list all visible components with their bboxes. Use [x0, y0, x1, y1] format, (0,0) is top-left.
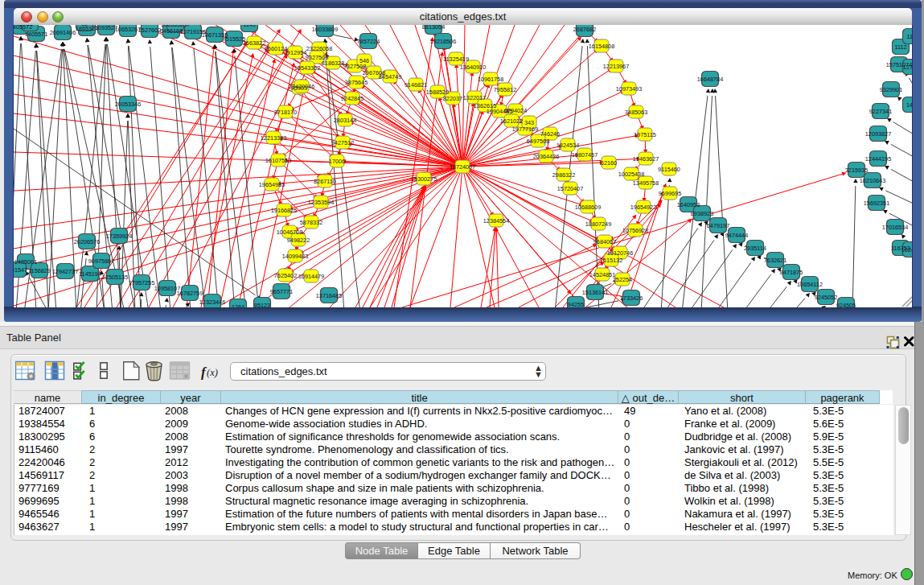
- svg-text:20691406: 20691406: [50, 29, 76, 36]
- svg-text:9329901: 9329901: [880, 86, 902, 93]
- svg-text:(x): (x): [207, 367, 218, 378]
- svg-text:12505135: 12505135: [102, 274, 128, 281]
- svg-text:1527602: 1527602: [138, 27, 161, 34]
- svg-text:252254: 252254: [613, 276, 632, 283]
- svg-text:10807457: 10807457: [572, 151, 598, 159]
- svg-text:10688609: 10688609: [575, 204, 601, 211]
- svg-text:3215935: 3215935: [845, 167, 868, 174]
- svg-text:1143: 1143: [243, 25, 256, 28]
- svg-text:13716485: 13716485: [316, 292, 342, 299]
- svg-text:90975867: 90975867: [88, 257, 114, 265]
- svg-text:16033809: 16033809: [312, 26, 338, 33]
- svg-text:9498222: 9498222: [287, 237, 310, 244]
- svg-text:1112: 1112: [894, 43, 906, 51]
- svg-text:1405571: 1405571: [25, 31, 47, 38]
- svg-text:1156829: 1156829: [28, 267, 51, 274]
- svg-text:23420046: 23420046: [289, 83, 314, 90]
- svg-text:10961758: 10961758: [478, 76, 503, 83]
- svg-text:9227341: 9227341: [869, 108, 892, 115]
- svg-text:102455: 102455: [901, 246, 912, 253]
- svg-text:62160: 62160: [601, 159, 617, 167]
- svg-text:15692351: 15692351: [864, 200, 889, 207]
- svg-text:1485061: 1485061: [14, 258, 37, 266]
- svg-text:106553257: 106553257: [161, 25, 191, 28]
- svg-text:1824534: 1824534: [556, 142, 579, 149]
- svg-text:15720407: 15720407: [557, 185, 583, 192]
- svg-text:10756928: 10756928: [622, 227, 648, 234]
- svg-text:143: 143: [906, 101, 912, 109]
- svg-text:9657771: 9657771: [270, 288, 293, 295]
- svg-text:10973493: 10973493: [616, 85, 642, 93]
- svg-text:10046708: 10046708: [277, 229, 302, 236]
- svg-text:18724007: 18724007: [450, 163, 475, 171]
- svg-text:10543362: 10543362: [294, 64, 320, 72]
- svg-text:12774: 12774: [903, 64, 912, 71]
- svg-text:14099483: 14099483: [282, 253, 308, 260]
- svg-text:7857224: 7857224: [357, 38, 380, 45]
- svg-text:924505: 924505: [836, 302, 856, 308]
- svg-text:3875645: 3875645: [345, 79, 368, 86]
- svg-text:9146821: 9146821: [405, 81, 427, 89]
- svg-text:3912954: 3912954: [284, 49, 306, 56]
- svg-text:746246: 746246: [540, 130, 560, 138]
- svg-text:822037: 822037: [443, 95, 462, 102]
- svg-text:1640953: 1640953: [677, 201, 700, 208]
- svg-text:343: 343: [524, 119, 534, 126]
- svg-text:7955812: 7955812: [494, 86, 516, 93]
- svg-text:95123: 95123: [254, 302, 270, 308]
- svg-text:15136141: 15136141: [582, 289, 608, 296]
- svg-text:17957255: 17957255: [129, 279, 154, 286]
- svg-text:13640910: 13640910: [460, 64, 486, 71]
- svg-text:11325419: 11325419: [443, 56, 469, 63]
- svg-text:1615132: 1615132: [600, 257, 622, 264]
- svg-text:19654923: 19654923: [630, 204, 656, 211]
- svg-text:9115460: 9115460: [658, 166, 680, 173]
- svg-text:19463627: 19463627: [633, 155, 659, 163]
- svg-text:19777169: 19777169: [512, 126, 538, 133]
- svg-text:12942737: 12942737: [52, 268, 78, 275]
- svg-text:20206576: 20206576: [74, 238, 100, 245]
- svg-text:1322017: 1322017: [463, 94, 486, 101]
- svg-text:111: 111: [906, 33, 912, 40]
- svg-text:17359924: 17359924: [106, 233, 132, 240]
- svg-text:9684067: 9684067: [593, 238, 616, 245]
- svg-text:16154808: 16154808: [589, 43, 614, 50]
- svg-text:5878332: 5878332: [300, 219, 322, 226]
- svg-text:8471875: 8471875: [780, 269, 803, 276]
- svg-text:7663822: 7663822: [243, 39, 265, 47]
- svg-text:8454749: 8454749: [379, 73, 401, 80]
- svg-text:546: 546: [359, 57, 369, 64]
- svg-text:2687682: 2687682: [573, 26, 596, 33]
- svg-text:2803144: 2803144: [334, 117, 356, 124]
- svg-text:16914479: 16914479: [298, 273, 324, 280]
- svg-text:23226058: 23226058: [306, 45, 332, 52]
- svg-text:14524851: 14524851: [589, 271, 615, 278]
- svg-text:16120746: 16120746: [607, 249, 633, 257]
- svg-text:7485063: 7485063: [625, 109, 647, 116]
- svg-text:16648784: 16648784: [697, 76, 723, 83]
- svg-text:7625402: 7625402: [274, 272, 297, 279]
- svg-text:17016534: 17016534: [882, 224, 908, 231]
- svg-text:1733426: 1733426: [620, 295, 643, 302]
- svg-text:15300275: 15300275: [411, 175, 437, 183]
- svg-text:8938923: 8938923: [691, 210, 713, 217]
- svg-text:8186328: 8186328: [322, 60, 344, 67]
- svg-text:2718170: 2718170: [274, 109, 297, 116]
- svg-text:19218506: 19218506: [430, 38, 456, 45]
- svg-text:12323446: 12323446: [199, 299, 225, 306]
- svg-text:2935114: 2935114: [744, 245, 766, 252]
- svg-text:391547: 391547: [14, 266, 27, 274]
- svg-text:94255: 94255: [568, 301, 584, 308]
- svg-text:8267110: 8267110: [314, 178, 336, 185]
- svg-text:16107553: 16107553: [265, 157, 291, 164]
- svg-text:9427512: 9427512: [331, 139, 354, 146]
- svg-text:10653267: 10653267: [115, 26, 141, 33]
- svg-text:8813054: 8813054: [422, 25, 445, 31]
- svg-text:13495758: 13495758: [633, 179, 659, 187]
- svg-text:18807249: 18807249: [585, 220, 611, 228]
- svg-text:1264: 1264: [232, 303, 244, 308]
- svg-text:12213383: 12213383: [261, 134, 286, 142]
- svg-text:20053346: 20053346: [115, 101, 141, 108]
- svg-text:6479197: 6479197: [707, 222, 729, 229]
- svg-text:9699695: 9699695: [659, 190, 681, 197]
